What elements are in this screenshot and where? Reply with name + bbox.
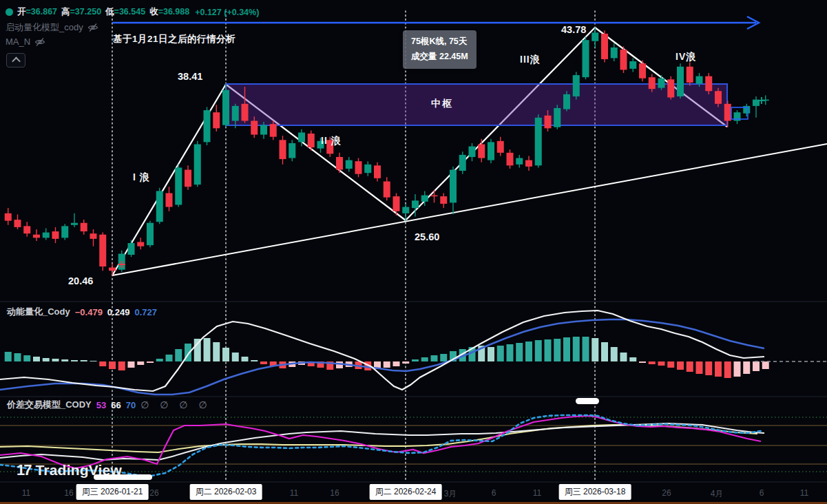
visibility-off-icon[interactable] bbox=[87, 23, 98, 32]
spread-value-1: 53 bbox=[96, 400, 106, 410]
price-label-20-46: 20.46 bbox=[68, 275, 93, 286]
time-tick-label: 16 bbox=[330, 488, 339, 498]
time-tick-label: 11 bbox=[800, 488, 808, 498]
candlestick-series bbox=[5, 28, 769, 275]
wave-2-label[interactable]: II 浪 bbox=[321, 135, 342, 147]
high-label: 高 bbox=[61, 7, 70, 17]
momentum-value-3: 0.727 bbox=[134, 307, 157, 317]
pivot-zone-label[interactable]: 中枢 bbox=[431, 98, 453, 110]
time-tick-label: 3月 bbox=[444, 488, 457, 500]
price-label-43-78: 43.78 bbox=[561, 24, 586, 35]
low-label: 低 bbox=[105, 7, 114, 17]
price-label-38-41: 38.41 bbox=[178, 71, 202, 82]
time-tick-label: 11 bbox=[22, 488, 30, 498]
symbol-legend: 开=36.867 高=37.250 低=36.545 收=36.988 +0.1… bbox=[6, 6, 259, 18]
indicator-row-startup-model[interactable]: 启动量化模型_cody bbox=[6, 21, 98, 34]
wave-1-label[interactable]: I 浪 bbox=[133, 171, 150, 184]
change-value: +0.127 (+0.34%) bbox=[195, 8, 259, 17]
pane-dividers bbox=[0, 302, 827, 482]
momentum-value-2: 0.249 bbox=[107, 307, 130, 317]
close-label: 收 bbox=[149, 7, 158, 17]
momentum-pane-legend[interactable]: 动能量化_Cody −0.479 0.249 0.727 bbox=[7, 306, 157, 318]
time-tick-label: 16 bbox=[64, 488, 73, 498]
tradingview-chart-window: 开=36.867 高=37.250 低=36.545 收=36.988 +0.1… bbox=[0, 0, 827, 504]
indicator-row-ma-n[interactable]: MA_N bbox=[6, 36, 45, 47]
analysis-note[interactable]: 基于1月21日之后的行情分析 bbox=[113, 33, 235, 45]
momentum-value-1: −0.479 bbox=[75, 307, 103, 317]
spread-pane-legend[interactable]: 价差交易模型_CODY 53 66 70 ∅ ∅ ∅ ∅ bbox=[7, 399, 211, 411]
momentum-title: 动能量化_Cody bbox=[7, 306, 70, 318]
price-label-25-60: 25.60 bbox=[415, 231, 439, 242]
time-tick-label: 26 bbox=[149, 488, 158, 498]
session-date-box: 周二 2026-02-24 bbox=[370, 484, 442, 500]
open-label: 开 bbox=[17, 7, 26, 17]
visibility-off-icon[interactable] bbox=[34, 37, 45, 47]
open-value: =36.867 bbox=[26, 7, 58, 17]
indicator-startup-model-label: 启动量化模型_cody bbox=[6, 21, 83, 34]
indicator-ma-n-label: MA_N bbox=[6, 36, 30, 47]
wave-3-label[interactable]: III浪 bbox=[520, 54, 541, 66]
wave-4-label[interactable]: IV浪 bbox=[676, 51, 696, 63]
spread-value-3: 70 bbox=[126, 400, 136, 410]
high-value: =37.250 bbox=[70, 7, 102, 17]
momentum-lines bbox=[0, 311, 764, 395]
drawing-handle-pill[interactable] bbox=[94, 474, 152, 480]
collapse-legend-button[interactable] bbox=[6, 53, 25, 67]
time-tick-label: 11 bbox=[533, 488, 541, 498]
symbol-status-dot bbox=[6, 8, 13, 16]
session-date-box: 周三 2026-01-21 bbox=[76, 484, 149, 500]
spread-value-2: 66 bbox=[111, 400, 121, 410]
session-date-box: 周三 2026-03-18 bbox=[559, 484, 631, 500]
time-tick-label: 6 bbox=[760, 488, 764, 498]
analysis-arrow bbox=[112, 17, 759, 29]
chevron-up-icon bbox=[12, 57, 21, 66]
measure-tooltip-line1: 75根K线, 75天 bbox=[411, 34, 468, 50]
time-tick-label: 4月 bbox=[711, 488, 724, 500]
measure-tooltip-line2: 成交量 22.45M bbox=[411, 50, 468, 65]
ohlc-row: 开=36.867 高=37.250 低=36.545 收=36.988 +0.1… bbox=[6, 6, 259, 18]
session-date-box: 周二 2026-02-03 bbox=[190, 484, 262, 500]
time-tick-label: 6 bbox=[492, 488, 496, 498]
measure-tooltip: 75根K线, 75天 成交量 22.45M bbox=[403, 30, 477, 69]
spread-empty-values: ∅ ∅ ∅ ∅ bbox=[140, 399, 211, 410]
close-value: =36.988 bbox=[158, 7, 190, 17]
low-value: =36.545 bbox=[114, 7, 146, 17]
spread-title: 价差交易模型_CODY bbox=[7, 399, 92, 411]
chart-canvas[interactable] bbox=[0, 0, 827, 504]
time-tick-label: 26 bbox=[662, 488, 671, 498]
tradingview-logo-icon: 17 bbox=[17, 461, 30, 479]
time-tick-label: 11 bbox=[290, 488, 298, 498]
